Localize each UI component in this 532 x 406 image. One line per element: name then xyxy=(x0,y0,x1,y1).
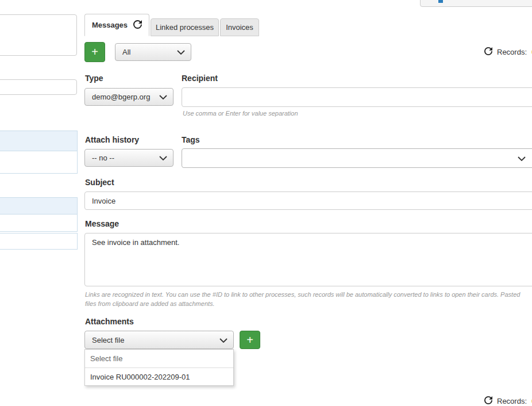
add-attachment-button[interactable]: + xyxy=(240,331,260,349)
left-table-row[interactable] xyxy=(0,151,78,174)
attachment-option-select-file[interactable]: Select file xyxy=(85,350,233,367)
tab-linked-processes-label: Linked processes xyxy=(156,23,214,32)
type-select[interactable]: demo@bgerp.org xyxy=(84,88,174,106)
attach-history-label: Attach history xyxy=(85,135,139,144)
plus-icon: + xyxy=(91,45,98,59)
refresh-icon[interactable] xyxy=(484,47,492,57)
tab-messages-label: Messages xyxy=(92,21,128,29)
attachments-label: Attachments xyxy=(85,317,134,326)
attachment-dropdown-menu: Select file Invoice RU000002-202209-01 xyxy=(84,349,234,386)
refresh-icon[interactable] xyxy=(133,20,142,30)
message-filter-value: All xyxy=(122,48,130,56)
left-panel-field[interactable] xyxy=(0,79,77,95)
attach-history-value: -- no -- xyxy=(92,154,114,162)
attachment-file-value: Select file xyxy=(92,336,124,344)
message-label: Message xyxy=(85,219,119,228)
type-label: Type xyxy=(85,74,103,83)
records-counter-bottom: Records: 0 xyxy=(484,396,532,406)
subject-input[interactable]: Invoice xyxy=(84,191,532,210)
left-table-row[interactable] xyxy=(0,233,78,250)
left-table-row-highlighted[interactable] xyxy=(0,197,78,215)
message-compose-screen: Messages Linked processes Invoices + All… xyxy=(0,0,532,406)
type-value: demo@bgerp.org xyxy=(92,93,150,101)
refresh-icon[interactable] xyxy=(484,396,492,406)
records-label: Records: xyxy=(497,397,527,405)
left-panel-box[interactable] xyxy=(0,14,77,56)
chevron-down-icon xyxy=(518,154,526,163)
tags-select[interactable] xyxy=(182,148,532,168)
tab-linked-processes[interactable]: Linked processes xyxy=(151,18,219,36)
message-value: See invoice in attachment. xyxy=(92,238,179,247)
subject-value: Invoice xyxy=(92,197,115,205)
add-message-button[interactable]: + xyxy=(84,42,105,62)
subject-label: Subject xyxy=(85,178,114,187)
plus-icon: + xyxy=(246,334,253,347)
tab-messages[interactable]: Messages xyxy=(84,14,149,36)
attachment-option-invoice[interactable]: Invoice RU000002-202209-01 xyxy=(85,367,233,385)
chevron-down-icon xyxy=(159,154,167,162)
attachment-option-label: Select file xyxy=(90,354,122,363)
message-filter-select[interactable]: All xyxy=(115,43,191,61)
chevron-down-icon xyxy=(219,336,228,344)
chevron-down-icon xyxy=(177,48,185,56)
chevron-down-icon xyxy=(159,93,167,101)
recipient-hint: Use comma or Enter for value separation xyxy=(183,109,298,118)
message-hint: Links are recognized in text. You can us… xyxy=(85,290,532,309)
message-textarea[interactable]: See invoice in attachment. xyxy=(84,233,532,286)
left-table-row-highlighted[interactable] xyxy=(0,131,78,151)
recipient-input[interactable] xyxy=(182,87,532,107)
recipient-label: Recipient xyxy=(182,74,218,83)
left-table-row[interactable] xyxy=(0,214,78,232)
partial-blue-icon xyxy=(438,0,443,3)
tags-label: Tags xyxy=(182,135,200,144)
attachment-option-label: Invoice RU000002-202209-01 xyxy=(90,373,190,381)
records-counter-top: Records: 0 xyxy=(484,47,532,57)
tab-invoices-label: Invoices xyxy=(226,23,253,32)
attach-history-select[interactable]: -- no -- xyxy=(84,149,174,167)
tab-invoices[interactable]: Invoices xyxy=(220,18,259,36)
records-label: Records: xyxy=(497,48,527,56)
partial-top-button[interactable] xyxy=(420,0,532,7)
attachment-file-select[interactable]: Select file xyxy=(84,331,234,349)
